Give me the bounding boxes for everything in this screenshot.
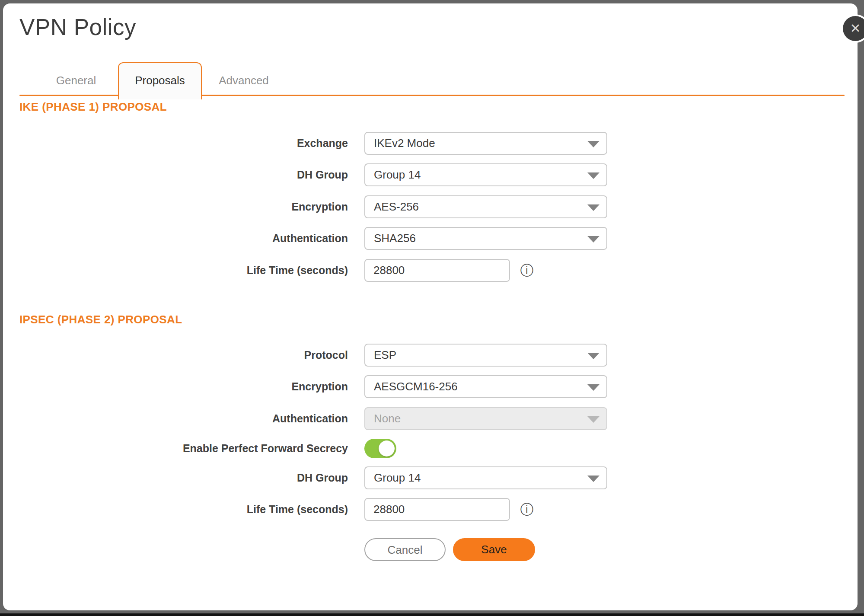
tab-proposals[interactable]: Proposals [118,62,202,99]
close-icon[interactable]: ✕ [843,16,864,41]
ipsec-dh-group-label: DH Group [3,466,348,489]
pfs-toggle[interactable] [364,439,396,458]
chevron-down-icon [587,384,599,391]
vpn-policy-screen: { "dialog": { "title": "VPN Policy", "cl… [0,0,864,616]
ike-encryption-value: AES-256 [374,200,419,213]
ipsec-encryption-label: Encryption [3,375,348,398]
ipsec-dh-group-value: Group 14 [374,471,421,484]
chevron-down-icon [587,476,599,482]
exchange-value: IKEv2 Mode [374,137,435,150]
pfs-row: Enable Perfect Forward Secrecy [3,439,858,462]
page-title: VPN Policy [19,14,136,41]
ike-dh-group-value: Group 14 [374,168,421,181]
ike-dh-group-row: DH Group Group 14 [3,163,858,186]
ipsec-authentication-value: None [374,412,401,425]
ike-authentication-value: SHA256 [374,232,416,245]
ipsec-life-time-label: Life Time (seconds) [3,498,348,521]
ike-authentication-row: Authentication SHA256 [3,227,858,250]
protocol-value: ESP [374,348,396,361]
exchange-label: Exchange [3,132,348,155]
ike-dh-group-label: DH Group [3,163,348,186]
ike-encryption-select[interactable]: AES-256 [364,195,607,218]
cancel-button[interactable]: Cancel [364,538,446,561]
ipsec-encryption-select[interactable]: AESGCM16-256 [364,375,607,398]
chevron-down-icon [587,416,599,423]
chevron-down-icon [587,141,599,147]
ipsec-life-time-row: Life Time (seconds) ⓘ [3,498,858,521]
exchange-select[interactable]: IKEv2 Mode [364,132,607,155]
ipsec-life-time-input[interactable] [364,498,510,521]
chevron-down-icon [587,204,599,211]
tab-general[interactable]: General [34,62,118,99]
ike-authentication-select[interactable]: SHA256 [364,227,607,250]
info-icon[interactable]: ⓘ [518,498,536,521]
ike-life-time-row: Life Time (seconds) ⓘ [3,259,858,282]
bottom-edge-bar [0,613,864,616]
ipsec-authentication-select-disabled: None [364,407,607,430]
ipsec-dh-group-select[interactable]: Group 14 [364,466,607,489]
ipsec-authentication-label: Authentication [3,407,348,430]
ike-encryption-row: Encryption AES-256 [3,195,858,218]
chevron-down-icon [587,172,599,179]
chevron-down-icon [587,236,599,243]
ike-authentication-label: Authentication [3,227,348,250]
ike-life-time-label: Life Time (seconds) [3,259,348,282]
info-icon[interactable]: ⓘ [518,259,536,282]
tab-advanced[interactable]: Advanced [202,62,286,99]
footer-actions: Cancel Save [3,538,858,561]
protocol-label: Protocol [3,344,348,367]
ike-encryption-label: Encryption [3,195,348,218]
ike-life-time-input[interactable] [364,259,510,282]
pfs-label: Enable Perfect Forward Secrecy [3,439,348,462]
exchange-row: Exchange IKEv2 Mode [3,132,858,155]
ike-dh-group-select[interactable]: Group 14 [364,163,607,186]
vpn-policy-dialog: VPN Policy General Proposals Advanced IK… [3,3,858,610]
ipsec-encryption-row: Encryption AESGCM16-256 [3,375,858,398]
protocol-row: Protocol ESP [3,344,858,367]
ipsec-phase2-section-title: IPSEC (PHASE 2) PROPOSAL [19,313,182,326]
ipsec-dh-group-row: DH Group Group 14 [3,466,858,489]
ike-phase1-section-title: IKE (PHASE 1) PROPOSAL [19,100,167,114]
ipsec-encryption-value: AESGCM16-256 [374,380,458,393]
save-button[interactable]: Save [453,538,535,561]
protocol-select[interactable]: ESP [364,344,607,367]
chevron-down-icon [587,353,599,359]
pfs-toggle-knob [379,440,395,456]
ipsec-authentication-row: Authentication None [3,407,858,430]
section-divider [19,308,845,308]
